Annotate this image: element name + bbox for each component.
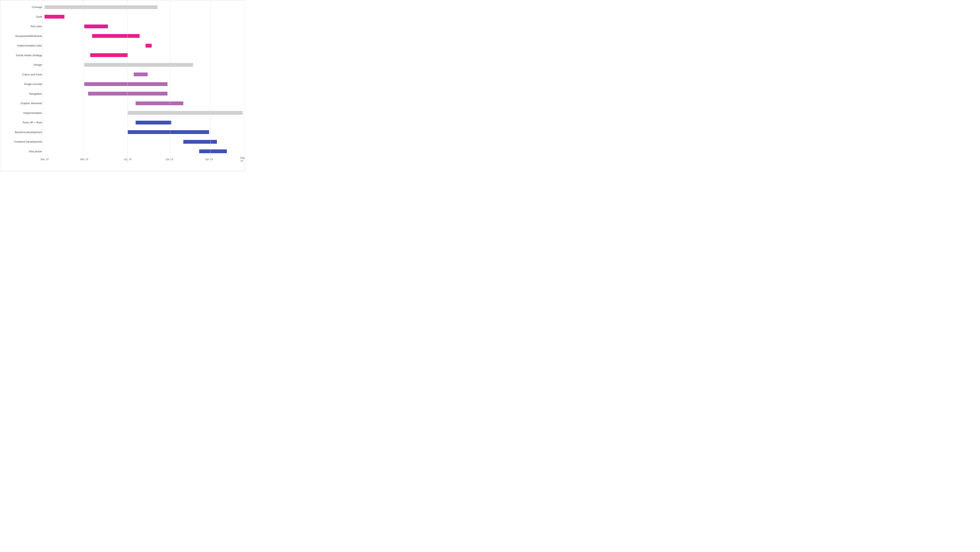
- bar-track: [45, 101, 243, 106]
- x-axis-label: Apr 19: [124, 158, 131, 161]
- row-label: Backend development: [2, 131, 45, 134]
- bar-track: [45, 5, 243, 10]
- bar-track: [45, 110, 243, 115]
- gantt-bar: [135, 121, 171, 124]
- bar-track: [45, 130, 243, 134]
- gantt-row: Image concept: [2, 79, 243, 89]
- gantt-row: Graphic elements: [2, 99, 243, 108]
- row-label: Tech plan: [2, 25, 45, 28]
- x-axis-label: Apr 19: [165, 158, 173, 161]
- gantt-row: Design: [2, 60, 243, 70]
- gantt-bar: [135, 101, 183, 105]
- gantt-row: Tech plan: [2, 22, 243, 31]
- gantt-row: Colors and fonts: [2, 70, 243, 80]
- row-label: Social media strategy: [2, 54, 45, 57]
- gantt-row: Test phase: [2, 147, 243, 156]
- x-axis-label: Mar 19: [80, 158, 88, 161]
- bar-track: [45, 14, 243, 19]
- chart-area: ConceptDraftTech planStoryboard/Wirefram…: [2, 2, 243, 156]
- bar-track: [45, 82, 243, 86]
- gantt-bar: [92, 34, 140, 38]
- row-label: Image concept: [2, 83, 45, 86]
- gantt-bar: [88, 92, 167, 96]
- bar-track: [45, 72, 243, 77]
- gantt-bar: [128, 111, 243, 115]
- gantt-row: Texts HP + Rest: [2, 118, 243, 128]
- gantt-chart: ConceptDraftTech planStoryboard/Wirefram…: [0, 0, 245, 171]
- row-label: Test phase: [2, 150, 45, 153]
- gantt-bar: [134, 72, 148, 76]
- bar-track: [45, 24, 243, 29]
- bar-track: [45, 62, 243, 67]
- gantt-row: Storyboard/Wireframe: [2, 31, 243, 41]
- bar-track: [45, 53, 243, 57]
- gantt-row: Frontend Development: [2, 137, 243, 147]
- x-axis-label: May 19: [240, 156, 245, 162]
- x-axis-label: Mar 19: [41, 158, 48, 161]
- row-label: Graphic elements: [2, 102, 45, 105]
- gantt-bar: [84, 24, 108, 28]
- row-label: Texts HP + Rest: [2, 121, 45, 124]
- row-label: Concept: [2, 5, 45, 9]
- row-label: Storyboard/Wireframe: [2, 34, 45, 38]
- bar-track: [45, 34, 243, 38]
- gantt-bar: [146, 44, 151, 48]
- x-axis: Mar 19Mar 19Apr 19Apr 19Apr 19May 19: [45, 156, 243, 163]
- row-label: Design: [2, 63, 45, 66]
- gantt-row: Backend development: [2, 128, 243, 137]
- gantt-bar: [90, 53, 128, 57]
- gantt-row: Social media strategy: [2, 51, 243, 60]
- bar-track: [45, 43, 243, 48]
- gantt-bar: [84, 82, 167, 86]
- row-label: Implementation: [2, 112, 45, 115]
- row-label: Implementation plan: [2, 44, 45, 47]
- bar-track: [45, 91, 243, 96]
- x-axis-label: Apr 19: [205, 158, 213, 161]
- bar-track: [45, 149, 243, 154]
- gantt-row: Concept: [2, 2, 243, 12]
- gantt-row: Implementation: [2, 108, 243, 118]
- gantt-row: Implementation plan: [2, 41, 243, 51]
- gantt-bar: [128, 130, 209, 134]
- row-label: Navigation: [2, 92, 45, 95]
- gantt-bar: [84, 63, 193, 67]
- gantt-row: Draft: [2, 12, 243, 22]
- bar-track: [45, 120, 243, 125]
- row-label: Draft: [2, 15, 45, 18]
- row-label: Frontend Development: [2, 140, 45, 143]
- gantt-bar: [199, 149, 227, 153]
- gantt-bar: [45, 5, 158, 9]
- gantt-row: Navigation: [2, 89, 243, 99]
- gantt-bar: [183, 140, 217, 144]
- gantt-bar: [45, 15, 64, 19]
- row-label: Colors and fonts: [2, 73, 45, 76]
- bar-track: [45, 139, 243, 144]
